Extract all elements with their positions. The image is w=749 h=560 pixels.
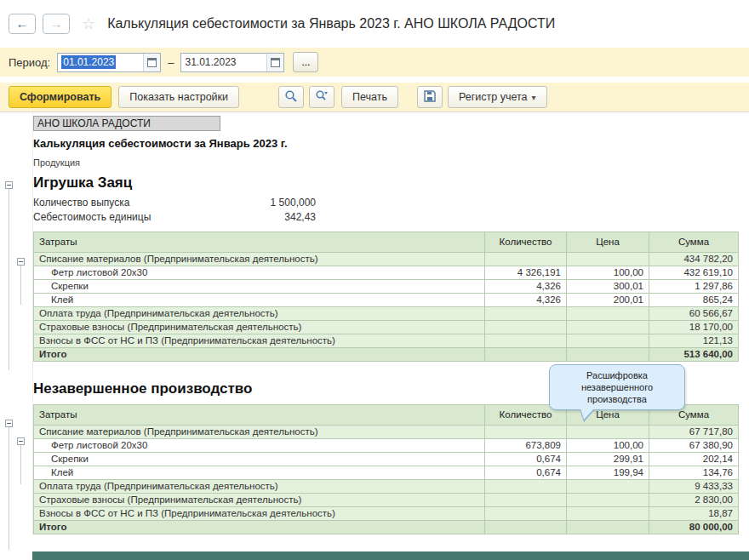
row-price-cell[interactable] bbox=[567, 348, 649, 362]
collapse-toggle-materials1[interactable] bbox=[17, 258, 25, 266]
period-from-value[interactable]: 01.01.2023 bbox=[61, 55, 116, 69]
column-header-price[interactable]: Цена bbox=[567, 232, 649, 253]
row-sum-cell[interactable]: 80 000,00 bbox=[649, 521, 739, 534]
row-sum-cell[interactable]: 9 433,33 bbox=[649, 480, 739, 494]
row-price-cell[interactable] bbox=[567, 307, 649, 321]
row-sum-cell[interactable]: 434 782,20 bbox=[649, 253, 739, 266]
row-name-cell[interactable]: Списание материалов (Предпринимательская… bbox=[34, 253, 485, 266]
row-name-cell[interactable]: Страховые взносы (Предпринимательская де… bbox=[34, 321, 485, 334]
row-sum-cell[interactable]: 2 830,00 bbox=[649, 494, 739, 507]
row-sum-cell[interactable]: 865,24 bbox=[649, 294, 739, 307]
row-qty-cell[interactable] bbox=[485, 321, 567, 334]
organization-cell[interactable]: АНО ШКОЛА РАДОСТИ bbox=[33, 116, 220, 131]
register-menu-button[interactable]: Регистр учета ▾ bbox=[448, 86, 547, 108]
search-button[interactable] bbox=[278, 86, 304, 108]
row-name-cell[interactable]: Оплата труда (Предпринимательская деятел… bbox=[34, 307, 485, 321]
row-name-cell[interactable]: Фетр листовой 20х30 bbox=[34, 266, 485, 280]
row-price-cell[interactable]: 100,00 bbox=[567, 439, 649, 453]
row-sum-cell[interactable]: 18,87 bbox=[649, 507, 739, 521]
row-qty-cell[interactable] bbox=[485, 307, 567, 321]
period-to-input[interactable]: 31.01.2023 bbox=[180, 53, 284, 72]
row-qty-cell[interactable] bbox=[485, 521, 567, 534]
page-title: Калькуляция себестоимости за Январь 2023… bbox=[107, 16, 555, 31]
info-label: Себестоимость единицы bbox=[33, 211, 151, 223]
forward-button[interactable]: → bbox=[43, 14, 70, 34]
row-name-cell[interactable]: Фетр листовой 20х30 bbox=[34, 439, 485, 453]
row-qty-cell[interactable] bbox=[485, 507, 567, 521]
save-button[interactable] bbox=[417, 86, 443, 108]
row-sum-cell[interactable]: 67 380,90 bbox=[649, 439, 739, 453]
report-title[interactable]: Калькуляция себестоимости за Январь 2023… bbox=[33, 137, 737, 150]
row-qty-cell[interactable] bbox=[485, 334, 567, 348]
row-qty-cell[interactable]: 673,809 bbox=[485, 439, 567, 453]
row-sum-cell[interactable]: 18 170,00 bbox=[649, 321, 739, 334]
row-name-cell[interactable]: Оплата труда (Предпринимательская деятел… bbox=[34, 480, 485, 494]
row-price-cell[interactable] bbox=[567, 507, 649, 521]
row-name-cell[interactable]: Страховые взносы (Предпринимательская де… bbox=[34, 494, 485, 507]
calendar-button-from[interactable] bbox=[143, 54, 160, 71]
row-sum-cell[interactable]: 60 566,67 bbox=[649, 307, 739, 321]
row-price-cell[interactable] bbox=[567, 253, 649, 266]
search-settings-button[interactable] bbox=[309, 86, 334, 108]
section-heading-product[interactable]: Игрушка Заяц bbox=[33, 174, 737, 191]
period-from-input[interactable]: 01.01.2023 bbox=[57, 53, 161, 72]
row-sum-cell[interactable]: 134,76 bbox=[649, 466, 739, 480]
row-qty-cell[interactable] bbox=[485, 480, 567, 494]
column-header-costs[interactable]: Затраты bbox=[34, 405, 485, 426]
generate-button[interactable]: Сформировать bbox=[9, 86, 111, 108]
row-qty-cell[interactable]: 4,326 bbox=[485, 280, 567, 294]
row-name-cell[interactable]: Клей bbox=[34, 294, 485, 307]
period-more-button[interactable]: ... bbox=[293, 52, 318, 72]
table-row: Клей 4,326 200,01 865,24 bbox=[34, 294, 739, 307]
row-name-cell[interactable]: Списание материалов (Предпринимательская… bbox=[34, 426, 485, 439]
collapse-toggle-section2[interactable] bbox=[5, 420, 13, 427]
row-qty-cell[interactable]: 0,674 bbox=[485, 453, 567, 466]
row-name-cell[interactable]: Взносы в ФСС от НС и ПЗ (Предприниматель… bbox=[34, 334, 485, 348]
collapse-toggle-section1[interactable] bbox=[5, 181, 13, 189]
row-sum-cell[interactable]: 513 640,00 bbox=[649, 348, 739, 362]
row-price-cell[interactable]: 300,01 bbox=[567, 280, 649, 294]
row-sum-cell[interactable]: 121,13 bbox=[649, 334, 739, 348]
row-price-cell[interactable] bbox=[567, 426, 649, 439]
row-price-cell[interactable] bbox=[567, 321, 649, 334]
row-price-cell[interactable]: 199,94 bbox=[567, 466, 649, 480]
row-qty-cell[interactable] bbox=[485, 426, 567, 439]
print-button[interactable]: Печать bbox=[341, 86, 398, 108]
column-header-sum[interactable]: Сумма bbox=[649, 232, 739, 253]
row-price-cell[interactable] bbox=[567, 334, 649, 348]
row-name-cell[interactable]: Итого bbox=[34, 521, 485, 534]
row-price-cell[interactable] bbox=[567, 480, 649, 494]
row-name-cell[interactable]: Итого bbox=[34, 348, 485, 362]
row-name-cell[interactable]: Взносы в ФСС от НС и ПЗ (Предприниматель… bbox=[34, 507, 485, 521]
row-qty-cell[interactable] bbox=[485, 348, 567, 362]
back-button[interactable]: ← bbox=[9, 14, 36, 34]
row-qty-cell[interactable]: 0,674 bbox=[485, 466, 567, 480]
period-to-value[interactable]: 31.01.2023 bbox=[181, 54, 266, 71]
row-name-cell[interactable]: Скрепки bbox=[34, 453, 485, 466]
row-price-cell[interactable] bbox=[567, 521, 649, 534]
row-sum-cell[interactable]: 67 717,80 bbox=[649, 426, 739, 439]
show-settings-button[interactable]: Показать настройки bbox=[118, 86, 239, 108]
row-qty-cell[interactable] bbox=[485, 253, 567, 266]
info-value[interactable]: 1 500,000 bbox=[271, 197, 316, 209]
info-value[interactable]: 342,43 bbox=[284, 211, 316, 223]
row-qty-cell[interactable]: 4,326 bbox=[485, 294, 567, 307]
row-sum-cell[interactable]: 1 297,86 bbox=[649, 280, 739, 294]
row-qty-cell[interactable] bbox=[485, 494, 567, 507]
column-header-costs[interactable]: Затраты bbox=[34, 232, 485, 253]
calendar-button-to[interactable] bbox=[266, 54, 283, 71]
floppy-disk-icon bbox=[423, 89, 437, 106]
row-price-cell[interactable]: 200,01 bbox=[567, 294, 649, 307]
search-settings-icon bbox=[315, 89, 329, 106]
row-price-cell[interactable]: 100,00 bbox=[567, 266, 649, 280]
row-sum-cell[interactable]: 202,14 bbox=[649, 453, 739, 466]
row-name-cell[interactable]: Скрепки bbox=[34, 280, 485, 294]
row-qty-cell[interactable]: 4 326,191 bbox=[485, 266, 567, 280]
row-sum-cell[interactable]: 432 619,10 bbox=[649, 266, 739, 280]
row-price-cell[interactable]: 299,91 bbox=[567, 453, 649, 466]
column-header-quantity[interactable]: Количество bbox=[485, 232, 567, 253]
favorite-star-icon[interactable]: ☆ bbox=[82, 14, 95, 33]
row-price-cell[interactable] bbox=[567, 494, 649, 507]
row-name-cell[interactable]: Клей bbox=[34, 466, 485, 480]
collapse-toggle-materials2[interactable] bbox=[17, 437, 25, 445]
